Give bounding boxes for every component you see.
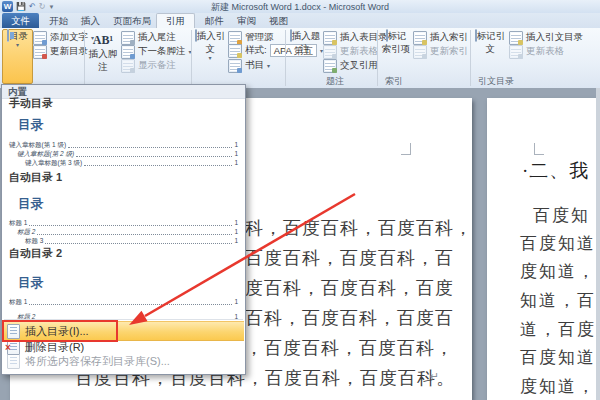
tab-file[interactable]: 文件 (2, 13, 39, 28)
dot-leader (29, 304, 232, 305)
toc-entry-text: 标题 2 (17, 228, 35, 236)
update-toc-button[interactable]: 更新目录 (33, 45, 88, 58)
menu-item-remove-toc[interactable]: 删除目录(R) (3, 340, 244, 354)
tab-references[interactable]: 引用 (156, 13, 195, 29)
tab-page-layout[interactable]: 页面布局 (104, 13, 160, 28)
insert-caption-icon (290, 29, 292, 42)
next-footnote-button[interactable]: 下一条脚注 ▾ (121, 45, 192, 58)
dot-leader (37, 234, 232, 235)
group-label-index: 索引 (385, 75, 403, 88)
gallery-item-label: 自动目录 1 (9, 170, 62, 185)
toc-preview-line: 标题 11 (9, 219, 238, 227)
toc-entry-page: 1 (234, 228, 238, 236)
update-table-label: 更新表格 (340, 45, 378, 58)
next-footnote-label: 下一条脚注 (138, 45, 186, 58)
tab-view[interactable]: 视图 (260, 13, 297, 28)
chevron-down-icon: ▾ (194, 56, 226, 61)
document-line: ，百度百科，百度百科， (245, 336, 454, 360)
document-line: 百度知 (533, 204, 590, 227)
update-table-button[interactable]: 更新表格 (323, 45, 378, 58)
show-notes-label: 显示备注 (138, 59, 176, 72)
update-index-label: 更新索引 (430, 45, 468, 58)
bibliography-icon (228, 59, 242, 73)
toc-entry-page: 1 (234, 219, 238, 227)
toc-preview-title: 目录 (18, 275, 43, 292)
show-notes-button[interactable]: 显示备注 (121, 59, 176, 72)
toc-preview-line: 键入章标题(第 3 级)1 (25, 159, 238, 167)
document-line: 百度知道 (520, 346, 596, 369)
update-toc-icon (33, 45, 47, 59)
mark-citation-icon (475, 29, 477, 42)
dot-leader (76, 156, 232, 157)
toc-preview-line: 标题 21 (17, 228, 238, 236)
mark-citation-button[interactable]: 标记引文 (473, 30, 507, 56)
insert-footnote-button[interactable]: AB¹ 插入脚注 (86, 30, 120, 74)
update-index-button[interactable]: 更新索引 (413, 45, 468, 58)
toc-entry-text: 标题 1 (9, 219, 27, 227)
group-separator (285, 30, 286, 86)
document-page-2[interactable]: ·二、我 百度知 百度知道 度知道， 知道，百 道，百度 百度知道 度知道， (487, 98, 596, 400)
group-label-toa: 引文目录 (478, 75, 514, 88)
style-label: 样式: (245, 44, 267, 57)
group-label-captions: 题注 (326, 75, 344, 88)
insert-toa-label: 插入引文目录 (526, 31, 583, 44)
add-text-label: 添加文字 (50, 31, 88, 44)
toc-button[interactable]: 目录 ▾ (2, 29, 33, 84)
document-line: 百度知道 (520, 232, 596, 255)
save-selection-icon (7, 354, 20, 369)
ribbon: 目录 ▾ 添加文字 ▾ 更新目录 AB¹ 插入脚注 插入尾注 下一条脚注 ▾ (0, 28, 600, 89)
group-separator (470, 30, 471, 86)
next-footnote-icon (121, 45, 135, 59)
cross-reference-label: 交叉引用 (340, 59, 378, 72)
window-edge (596, 88, 600, 400)
insert-endnote-icon (121, 31, 135, 45)
document-line: 科，百度百科，百度百科， (245, 216, 472, 240)
text-boundary-mark (401, 143, 411, 155)
update-toa-label: 更新表格 (526, 45, 564, 58)
menu-item-save-selection[interactable]: 将所选内容保存到目录库(S)... (3, 354, 244, 368)
chevron-down-icon: ▾ (3, 43, 32, 48)
manage-sources-button[interactable]: 管理源 (228, 31, 274, 44)
group-separator (84, 30, 85, 86)
toc-entry-page: 1 (234, 237, 238, 245)
toc-entry-page: 1 (234, 298, 238, 306)
document-line: 度百科，百度百科，百度 (245, 276, 454, 300)
document-line: 百度百科，百度百科，百 (245, 246, 454, 270)
toc-entry-text: 标题 1 (9, 298, 27, 306)
update-toc-label: 更新目录 (50, 45, 88, 58)
update-toa-icon (509, 45, 523, 59)
insert-citation-button[interactable]: 插入引文 ▾ (194, 30, 226, 61)
paragraph-mark: ↵ (430, 370, 439, 383)
insert-citation-icon (195, 29, 197, 42)
bibliography-button[interactable]: 书目 ▾ (228, 59, 270, 72)
cross-reference-icon (323, 59, 337, 73)
toc-entry-page: 1 (234, 150, 238, 158)
mark-entry-button[interactable]: 标记 索引项 (381, 30, 411, 56)
toc-preview-title: 目录 (18, 196, 43, 213)
insert-footnote-icon: AB¹ (86, 33, 120, 48)
insert-citation-label: 插入引文 (197, 30, 226, 54)
gallery-item-label: 手动目录 (9, 96, 53, 111)
insert-caption-button[interactable]: 插入题注 (289, 30, 321, 56)
document-line: 知道，百 (520, 289, 596, 312)
toc-icon (7, 29, 9, 42)
dot-leader (29, 225, 232, 226)
toc-preview-line: 标题 31 (25, 237, 238, 245)
insert-toa-button[interactable]: 插入引文目录 (509, 31, 583, 44)
bibliography-label: 书目 (245, 59, 264, 72)
insert-toa-icon (509, 31, 523, 45)
toc-entry-text: 键入章标题(第 1 级) (9, 141, 66, 149)
update-toa-button[interactable]: 更新表格 (509, 45, 564, 58)
toc-entry-page: 1 (234, 141, 238, 149)
cross-reference-button[interactable]: 交叉引用 (323, 59, 378, 72)
toc-preview-line: 标题 11 (9, 298, 238, 306)
insert-index-button[interactable]: 插入索引 (413, 31, 468, 44)
insert-endnote-button[interactable]: 插入尾注 (121, 31, 176, 44)
document-heading: ·二、我 (522, 158, 589, 184)
text-boundary-mark (534, 143, 544, 155)
insert-index-icon (413, 31, 427, 45)
word-window: W 💾 ↶ ↻ ▼ 新建 Microsoft Word 1.docx - Mic… (0, 0, 600, 400)
add-text-icon (33, 31, 47, 45)
toc-preview-title: 目录 (18, 117, 43, 134)
insert-table-of-figures-icon (323, 31, 337, 45)
